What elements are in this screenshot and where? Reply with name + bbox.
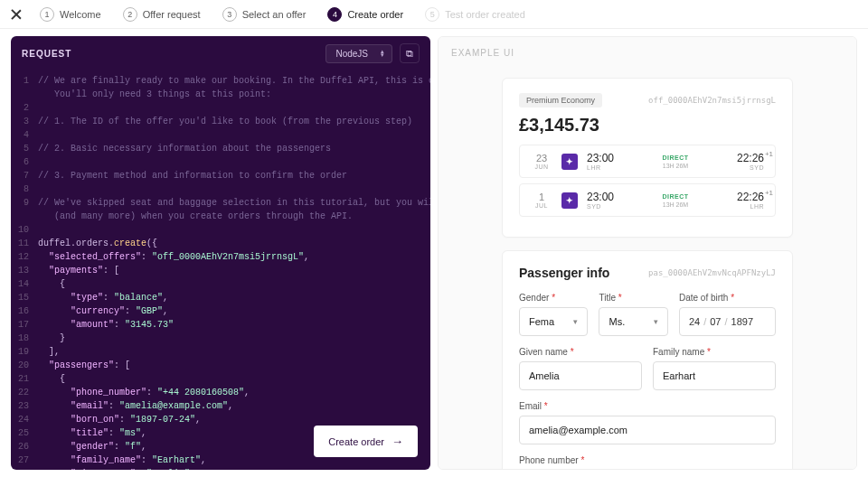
flight-segment: 1JUL ✦ 23:00SYD DIRECT13H 26M 22:26+1LHR — [519, 183, 776, 217]
step-number-badge: 5 — [425, 7, 439, 22]
passenger-id: pas_0000AEhV2mvNcqAPFNzyLJ — [648, 268, 776, 277]
chevron-updown-icon: ▴▾ — [381, 50, 384, 57]
cabin-class-badge: Premium Economy — [519, 93, 602, 108]
code-line: 22 "phone_number": "+44 2080160508", — [11, 386, 430, 399]
code-line: 19 ], — [11, 345, 430, 359]
chevron-down-icon: ▾ — [573, 317, 578, 326]
code-line: 7// 3. Payment method and information to… — [11, 169, 430, 182]
code-line: 13 "payments": [ — [11, 264, 430, 277]
language-select[interactable]: NodeJS ▴▾ — [326, 44, 392, 63]
arrow-right-icon: → — [392, 435, 403, 448]
family-name-input[interactable]: Earhart — [653, 361, 776, 390]
code-line: 20 "passengers": [ — [11, 359, 430, 372]
code-line: 5// 2. Basic necessary information about… — [11, 142, 430, 155]
create-order-button[interactable]: Create order → — [314, 426, 418, 457]
code-line: 18 } — [11, 332, 430, 345]
step-offer-request[interactable]: 2Offer request — [123, 7, 201, 22]
step-label: Welcome — [60, 9, 101, 20]
code-line: 15 "type": "balance", — [11, 291, 430, 304]
given-name-input[interactable]: Amelia — [519, 361, 642, 390]
step-label: Create order — [347, 9, 403, 20]
code-line: 8 — [11, 182, 430, 196]
departure-time: 23:00SYD — [587, 191, 614, 210]
airline-logo-icon: ✦ — [561, 154, 578, 170]
dob-input[interactable]: 24/ 07/ 1897 — [679, 307, 776, 336]
code-line: 28 "given_name": "Amelia", — [11, 467, 430, 470]
create-order-label: Create order — [328, 436, 384, 447]
arrival-time: 22:26+1LHR — [737, 191, 764, 210]
form-title: Passenger info — [519, 266, 609, 280]
code-line: 1// We are finally ready to make our boo… — [11, 74, 430, 88]
arrival-time: 22:26+1SYD — [737, 152, 764, 171]
email-input[interactable]: amelia@example.com — [519, 416, 776, 444]
code-body[interactable]: 1// We are finally ready to make our boo… — [11, 70, 430, 470]
segment-route: DIRECT13H 26M — [623, 154, 728, 169]
title-select[interactable]: Ms.▾ — [599, 307, 667, 336]
code-line: 9// We've skipped seat and baggage selec… — [11, 196, 430, 210]
code-line: 12 "selected_offers": "off_0000AEhV2n7ms… — [11, 250, 430, 264]
code-line: (and many more) when you create orders t… — [11, 210, 430, 223]
step-number-badge: 4 — [327, 7, 342, 22]
step-number-badge: 2 — [123, 7, 137, 22]
gender-select[interactable]: Fema▾ — [519, 307, 588, 336]
departure-time: 23:00LHR — [587, 152, 614, 171]
code-line: 4 — [11, 128, 430, 142]
code-line: 3// 1. The ID of the offer you'd like to… — [11, 115, 430, 128]
language-value: NodeJS — [335, 49, 368, 59]
code-line: 2 — [11, 101, 430, 115]
segment-date: 1JUL — [531, 192, 552, 209]
segment-route: DIRECT13H 26M — [623, 193, 728, 208]
segment-date: 23JUN — [531, 153, 552, 170]
code-line: 21 { — [11, 372, 430, 386]
editor-title: REQUEST — [22, 49, 71, 59]
code-line: 16 "currency": "GBP", — [11, 304, 430, 318]
offer-id: off_0000AEhV2n7msi5jrrnsgL — [648, 96, 776, 105]
step-number-badge: 3 — [222, 7, 237, 22]
code-line: 24 "born_on": "1897-07-24", — [11, 413, 430, 426]
code-line: 14 { — [11, 277, 430, 291]
given-name-label: Given name * — [519, 347, 642, 357]
dob-label: Date of birth * — [679, 293, 776, 303]
airline-logo-icon: ✦ — [561, 192, 578, 209]
chevron-down-icon: ▾ — [654, 317, 658, 326]
code-line: 6 — [11, 155, 430, 169]
progress-steps: 1Welcome2Offer request3Select an offer4C… — [40, 7, 525, 22]
code-line: 11duffel.orders.create({ — [11, 237, 430, 250]
code-line: 10 — [11, 223, 430, 237]
preview-panel: EXAMPLE UI Premium Economy off_0000AEhV2… — [438, 36, 857, 470]
step-label: Offer request — [143, 9, 201, 20]
gender-label: Gender * — [519, 293, 588, 303]
email-label: Email * — [519, 401, 776, 411]
code-line: 17 "amount": "3145.73" — [11, 318, 430, 332]
preview-header: EXAMPLE UI — [451, 48, 742, 58]
offer-price: £3,145.73 — [519, 115, 776, 136]
step-label: Test order created — [445, 9, 525, 20]
step-label: Select an offer — [242, 9, 307, 20]
step-test-order-created[interactable]: 5Test order created — [425, 7, 525, 22]
passenger-form: Passenger info pas_0000AEhV2mvNcqAPFNzyL… — [502, 250, 793, 470]
close-icon[interactable] — [11, 9, 22, 20]
family-name-label: Family name * — [653, 347, 776, 357]
code-line: You'll only need 3 things at this point: — [11, 88, 430, 101]
phone-label: Phone number * — [519, 455, 776, 465]
copy-icon[interactable]: ⧉ — [400, 43, 420, 63]
title-label: Title * — [599, 293, 667, 303]
step-select-an-offer[interactable]: 3Select an offer — [222, 7, 307, 22]
code-line: 23 "email": "amelia@example.com", — [11, 399, 430, 413]
code-editor: REQUEST NodeJS ▴▾ ⧉ 1// We are finally r… — [11, 36, 430, 470]
step-create-order[interactable]: 4Create order — [327, 7, 403, 22]
step-welcome[interactable]: 1Welcome — [40, 7, 101, 22]
flight-segment: 23JUN ✦ 23:00LHR DIRECT13H 26M 22:26+1SY… — [519, 145, 776, 178]
step-number-badge: 1 — [40, 7, 54, 22]
offer-card: Premium Economy off_0000AEhV2n7msi5jrrns… — [502, 78, 793, 238]
